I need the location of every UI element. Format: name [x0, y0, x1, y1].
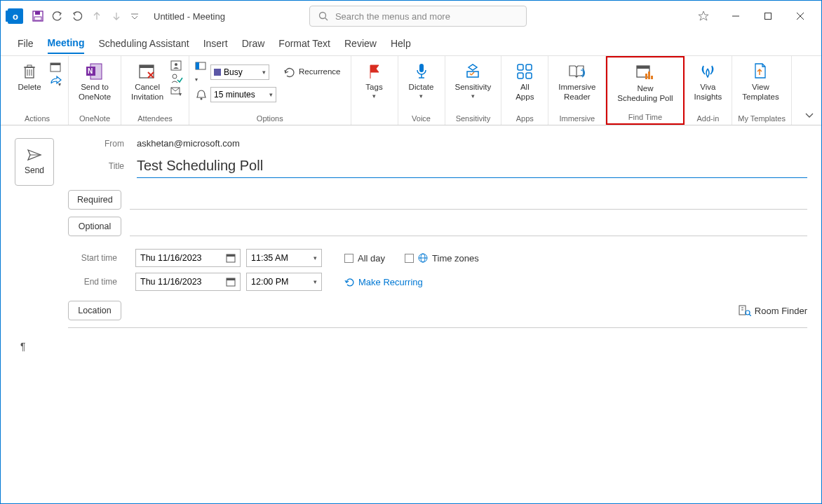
message-body[interactable]: ¶: [15, 334, 807, 359]
onenote-icon: N: [85, 62, 105, 81]
view-templates-button[interactable]: View Templates: [738, 59, 783, 105]
title-input[interactable]: [137, 154, 807, 178]
svg-rect-42: [518, 73, 523, 79]
svg-rect-34: [419, 64, 424, 72]
show-as-icon[interactable]: ▾: [195, 60, 208, 84]
search-input[interactable]: Search the menus and more: [309, 6, 527, 27]
maximize-button[interactable]: [754, 6, 782, 27]
tab-help[interactable]: Help: [391, 34, 411, 53]
end-date-value: Thu 11/16/2023: [140, 277, 202, 287]
group-apps-label: Apps: [507, 113, 542, 125]
svg-rect-1: [35, 11, 40, 15]
recurrence-label: Recurrence: [299, 67, 340, 77]
app-icon: o: [8, 8, 23, 24]
tab-draw[interactable]: Draw: [242, 34, 265, 53]
tags-button[interactable]: Tags ▾: [357, 59, 392, 102]
group-templates-label: My Templates: [738, 113, 786, 125]
optional-button[interactable]: Optional: [68, 217, 121, 236]
calendar-icon: [226, 253, 236, 263]
tab-file[interactable]: File: [18, 34, 34, 53]
end-time-picker[interactable]: 12:00 PM ▾: [246, 273, 322, 291]
reminder-dropdown[interactable]: 15 minutes ▾: [210, 87, 276, 102]
end-time-value: 12:00 PM: [251, 277, 289, 287]
delete-button[interactable]: Delete: [12, 59, 47, 95]
make-recurring-label: Make Recurring: [358, 277, 423, 287]
svg-line-61: [749, 314, 751, 316]
make-recurring-link[interactable]: Make Recurring: [344, 277, 423, 287]
recurrence-button[interactable]: Recurrence: [279, 64, 344, 80]
tab-review[interactable]: Review: [344, 34, 377, 53]
svg-rect-46: [645, 74, 647, 79]
group-addin-label: Add-in: [690, 113, 727, 125]
group-immersive-label: Immersive: [554, 113, 600, 125]
title-bar: o Untitled - Meeting Search the menus an…: [1, 1, 821, 32]
forward-small-icon[interactable]: ▾: [50, 75, 62, 86]
group-tags-label: [357, 113, 392, 125]
send-to-onenote-button[interactable]: N Send to OneNote: [74, 59, 115, 105]
room-finder-label: Room Finder: [755, 306, 807, 316]
minimize-button[interactable]: [722, 6, 750, 27]
sensitivity-button[interactable]: Sensitivity ▾: [451, 59, 496, 102]
group-onenote-label: OneNote: [74, 113, 115, 125]
group-find-time-label: Find Time: [613, 111, 677, 123]
end-date-picker[interactable]: Thu 11/16/2023: [135, 273, 241, 291]
required-input[interactable]: [130, 190, 807, 210]
location-input[interactable]: [130, 301, 730, 320]
tab-meeting[interactable]: Meeting: [48, 33, 85, 54]
room-finder-button[interactable]: Room Finder: [739, 305, 807, 316]
send-to-onenote-label: Send to OneNote: [79, 83, 111, 102]
reminder-value: 15 minutes: [214, 90, 267, 100]
time-zones-checkbox[interactable]: [405, 254, 414, 263]
svg-point-28: [173, 74, 177, 79]
start-date-picker[interactable]: Thu 11/16/2023: [135, 249, 241, 267]
svg-rect-2: [34, 17, 41, 20]
ribbon-collapse-button[interactable]: [804, 112, 814, 119]
cancel-invitation-button[interactable]: Cancel Invitation: [127, 59, 168, 105]
new-scheduling-poll-button[interactable]: New Scheduling Poll: [613, 60, 677, 107]
start-time-picker[interactable]: 11:35 AM ▾: [246, 249, 322, 267]
from-value: askhetan@microsoft.com: [137, 138, 240, 149]
svg-text:▾: ▾: [179, 91, 182, 97]
qat-customize-button[interactable]: [128, 8, 141, 24]
dictate-button[interactable]: Dictate ▾: [404, 59, 439, 102]
address-book-button[interactable]: [170, 60, 183, 71]
immersive-reader-button[interactable]: Immersive Reader: [554, 59, 600, 105]
group-actions-label: Actions: [12, 113, 62, 125]
tab-scheduling-assistant[interactable]: Scheduling Assistant: [98, 34, 189, 53]
start-time-value: 11:35 AM: [251, 253, 288, 263]
optional-input[interactable]: [130, 217, 807, 236]
calendar-icon: [226, 277, 236, 287]
search-icon: [318, 11, 328, 21]
show-as-dropdown[interactable]: Busy ▾: [210, 64, 269, 80]
cancel-calendar-icon: [137, 62, 157, 81]
check-names-button[interactable]: [170, 73, 183, 84]
required-button[interactable]: Required: [68, 190, 121, 210]
recurrence-icon: [344, 277, 355, 287]
tags-label: Tags: [365, 83, 382, 93]
close-button[interactable]: [786, 6, 814, 27]
all-day-checkbox[interactable]: [344, 254, 353, 263]
svg-rect-41: [526, 64, 532, 70]
show-as-value: Busy: [224, 67, 260, 77]
microphone-icon: [412, 62, 431, 81]
group-options-label: Options: [195, 113, 344, 125]
new-scheduling-poll-label: New Scheduling Poll: [617, 84, 673, 104]
response-options-button[interactable]: ▾: [170, 86, 183, 97]
group-sensitivity-label: Sensitivity: [451, 113, 496, 125]
time-zones-label: Time zones: [432, 253, 479, 264]
save-button[interactable]: [30, 8, 46, 24]
calendar-small-icon[interactable]: [50, 62, 62, 73]
group-voice-label: Voice: [404, 113, 439, 125]
redo-button[interactable]: [69, 8, 85, 24]
tab-format-text[interactable]: Format Text: [278, 34, 330, 53]
coming-soon-button[interactable]: [689, 6, 717, 27]
start-date-value: Thu 11/16/2023: [140, 253, 202, 263]
viva-insights-button[interactable]: Viva Insights: [690, 59, 727, 105]
tab-insert[interactable]: Insert: [203, 34, 228, 53]
svg-text:▾: ▾: [58, 81, 61, 86]
undo-button[interactable]: [50, 8, 65, 24]
send-button[interactable]: Send: [15, 138, 54, 186]
all-apps-button[interactable]: All Apps: [507, 59, 542, 105]
location-button[interactable]: Location: [68, 301, 121, 320]
viva-icon: [698, 62, 717, 81]
